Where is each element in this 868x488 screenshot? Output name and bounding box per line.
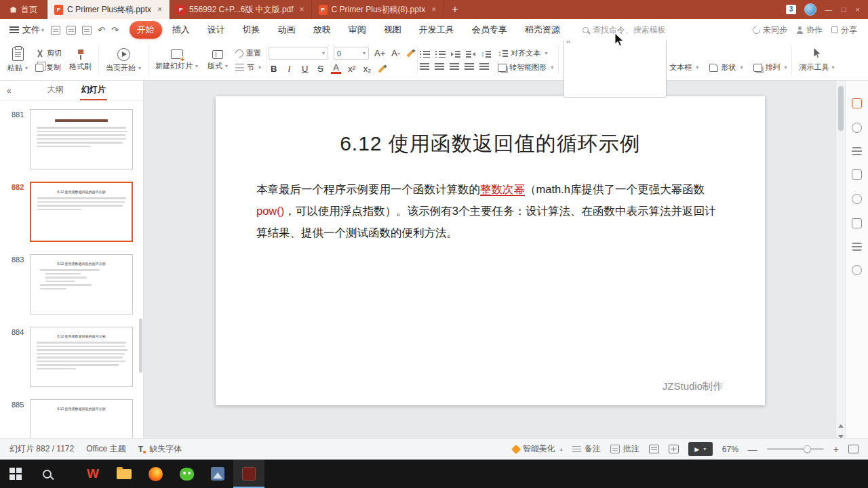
bullet-list-icon[interactable] bbox=[420, 50, 430, 58]
ribbon-tab-animation[interactable]: 动画 bbox=[271, 21, 303, 39]
slide-body-text[interactable]: 本章最后一个程序示例要用一个函数计算数的整数次幂（math.h库提供了一个更强大… bbox=[256, 178, 724, 243]
copy-button[interactable]: 复制 bbox=[33, 62, 64, 73]
close-window-button[interactable]: × bbox=[856, 5, 860, 14]
align-text-button[interactable]: 对齐文本▾ bbox=[495, 48, 556, 58]
ribbon-tab-design[interactable]: 设计 bbox=[200, 21, 233, 39]
undo-icon[interactable]: ↶ bbox=[98, 25, 105, 35]
start-slideshow-button[interactable]: ▶▾ bbox=[688, 442, 713, 456]
smart-beautify-button[interactable]: 智能美化 ▴ bbox=[513, 443, 563, 455]
tab-outline[interactable]: 大纲 bbox=[46, 81, 65, 100]
missing-font-warning[interactable]: T 缺失字体 bbox=[138, 443, 182, 455]
export-icon[interactable] bbox=[82, 26, 92, 35]
close-tab-icon[interactable]: × bbox=[431, 5, 436, 14]
tab-slides[interactable]: 幻灯片 bbox=[80, 81, 107, 100]
notes-toggle-button[interactable]: 备注 bbox=[572, 443, 601, 455]
slide-sorter-view-button[interactable] bbox=[669, 445, 679, 453]
taskbar-app-wps[interactable]: W bbox=[77, 460, 108, 488]
subscript-button[interactable]: x₂ bbox=[362, 64, 372, 74]
redo-icon[interactable]: ↷ bbox=[111, 25, 119, 35]
minimize-button[interactable]: — bbox=[825, 5, 832, 14]
numbered-list-icon[interactable] bbox=[435, 50, 446, 58]
slide-editing-area[interactable]: 6.12 使用函数返回值的循环示例 本章最后一个程序示例要用一个函数计算数的整数… bbox=[216, 96, 765, 405]
collapse-panel-icon[interactable]: « bbox=[7, 86, 12, 96]
ribbon-tab-member[interactable]: 会员专享 bbox=[465, 21, 515, 39]
slide-thumbnail[interactable]: 6.12 使用函数返回值的循环示例 bbox=[30, 399, 133, 442]
close-tab-icon[interactable]: × bbox=[157, 5, 162, 14]
collaborate-button[interactable]: 协作 bbox=[796, 24, 823, 36]
user-avatar[interactable] bbox=[804, 3, 816, 16]
start-button[interactable] bbox=[0, 460, 31, 488]
shapes-button[interactable]: 形状▾ bbox=[707, 62, 745, 73]
side-panel-icon[interactable] bbox=[852, 194, 862, 204]
ribbon-tab-templates[interactable]: 稻壳资源 bbox=[517, 21, 568, 39]
thumbnail-scrollbar[interactable] bbox=[139, 319, 142, 373]
share-button[interactable]: 分享 bbox=[831, 24, 857, 36]
ribbon-tab-insert[interactable]: 插入 bbox=[165, 21, 197, 39]
font-color-button[interactable]: A bbox=[331, 64, 341, 74]
arrange-button[interactable]: 排列▾ bbox=[751, 62, 789, 73]
new-slide-button[interactable]: 新建幻灯片▾ bbox=[151, 43, 203, 77]
taskbar-app-active[interactable] bbox=[233, 460, 264, 488]
presentation-tools-button[interactable]: 演示工具▾ bbox=[794, 43, 839, 77]
side-panel-icon[interactable] bbox=[852, 98, 862, 108]
side-panel-icon[interactable] bbox=[852, 169, 862, 180]
normal-view-button[interactable] bbox=[649, 445, 659, 453]
ribbon-tab-home[interactable]: 开始 bbox=[130, 21, 162, 39]
superscript-button[interactable]: x² bbox=[347, 64, 357, 74]
new-tab-button[interactable]: + bbox=[443, 0, 466, 19]
maximize-button[interactable]: □ bbox=[842, 5, 846, 14]
font-size-select[interactable]: 0▾ bbox=[334, 47, 369, 60]
side-panel-icon[interactable] bbox=[852, 218, 862, 228]
layout-button[interactable]: 版式▾ bbox=[203, 43, 233, 77]
section-button[interactable]: 节▾ bbox=[233, 62, 264, 73]
decrease-indent-icon[interactable] bbox=[451, 50, 460, 58]
ribbon-tab-slideshow[interactable]: 放映 bbox=[306, 21, 338, 39]
increase-font-button[interactable]: A+ bbox=[374, 48, 385, 58]
taskbar-app-photos[interactable] bbox=[202, 460, 233, 488]
comments-toggle-button[interactable]: 批注 bbox=[610, 443, 639, 455]
window-switch-badge[interactable]: 3 bbox=[786, 5, 796, 14]
align-right-icon[interactable] bbox=[450, 62, 459, 70]
font-name-select[interactable]: ▾ bbox=[269, 47, 328, 60]
align-left-icon[interactable] bbox=[420, 62, 429, 70]
distribute-icon[interactable] bbox=[479, 62, 489, 70]
zoom-level[interactable]: 67% bbox=[722, 445, 738, 454]
zoom-in-button[interactable]: + bbox=[833, 444, 839, 455]
home-button[interactable]: 首页 bbox=[0, 0, 47, 19]
taskbar-search-button[interactable] bbox=[31, 460, 62, 488]
side-panel-icon[interactable] bbox=[852, 147, 862, 155]
taskbar-app-firefox[interactable] bbox=[140, 460, 171, 488]
theme-name[interactable]: Office 主题 bbox=[86, 443, 125, 455]
italic-button[interactable]: I bbox=[284, 64, 294, 74]
fit-to-window-button[interactable] bbox=[848, 445, 859, 453]
document-tab-pdf[interactable]: P 556992 C+P...6版 中文版.pdf × bbox=[170, 0, 312, 19]
reset-button[interactable]: 重置 bbox=[233, 48, 264, 58]
play-from-current-button[interactable]: 当页开始▾ bbox=[101, 43, 146, 77]
sync-status[interactable]: 未同步 bbox=[753, 24, 787, 36]
cut-button[interactable]: 剪切 bbox=[33, 48, 64, 58]
align-justify-icon[interactable] bbox=[465, 62, 474, 70]
slide-title[interactable]: 6.12 使用函数返回值的循环示例 bbox=[216, 130, 765, 158]
previous-slide-button[interactable] bbox=[836, 420, 845, 431]
close-tab-icon[interactable]: × bbox=[300, 5, 304, 14]
scrollbar-thumb[interactable] bbox=[838, 86, 844, 131]
slide-thumbnail[interactable]: 6.12 使用函数返回值的循环示例 bbox=[30, 254, 133, 314]
zoom-slider-handle[interactable] bbox=[804, 445, 811, 453]
side-panel-icon[interactable] bbox=[852, 123, 862, 133]
slide-thumbnail[interactable]: 6.12 使用函数返回值的循环示例 bbox=[30, 327, 133, 387]
decrease-font-button[interactable]: A- bbox=[391, 48, 401, 58]
format-painter-button[interactable]: 格式刷 bbox=[64, 43, 96, 77]
taskbar-app-explorer[interactable] bbox=[108, 460, 140, 488]
document-tab-draft[interactable]: P C Primer Plus初稿(8).pptx × bbox=[312, 0, 444, 19]
ribbon-tab-view[interactable]: 视图 bbox=[376, 21, 409, 39]
menu-icon[interactable] bbox=[9, 26, 19, 33]
file-menu[interactable]: 文件 bbox=[22, 24, 40, 36]
ribbon-tab-devtools[interactable]: 开发工具 bbox=[412, 21, 462, 39]
zoom-out-button[interactable]: — bbox=[748, 444, 757, 455]
convert-smartart-button[interactable]: 转智能图形▾ bbox=[495, 62, 556, 73]
taskbar-app-wechat[interactable] bbox=[171, 460, 202, 488]
ribbon-tab-review[interactable]: 审阅 bbox=[341, 21, 374, 39]
textbox-button[interactable]: 文本框▾ bbox=[561, 37, 701, 98]
print-icon[interactable] bbox=[66, 26, 76, 35]
align-center-icon[interactable] bbox=[435, 62, 444, 70]
